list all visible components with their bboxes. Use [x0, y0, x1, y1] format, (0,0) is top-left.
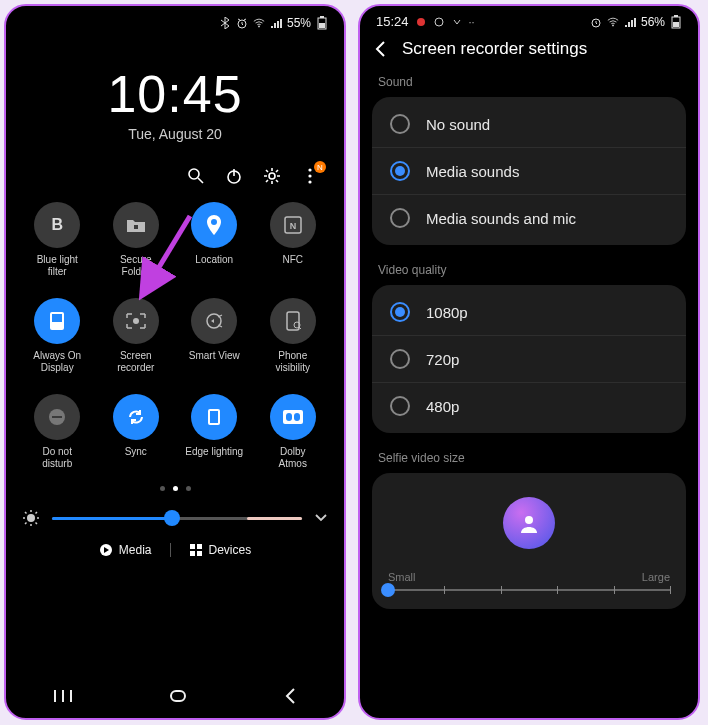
section-quality-label: Video quality: [360, 261, 698, 285]
search-icon[interactable]: [186, 166, 206, 186]
svg-rect-26: [286, 413, 292, 421]
tile-nfc[interactable]: N NFC: [254, 202, 333, 278]
svg-point-10: [308, 180, 311, 183]
svg-point-7: [269, 173, 275, 179]
battery-icon: [670, 16, 682, 28]
svg-rect-34: [197, 551, 202, 556]
svg-rect-22: [52, 416, 62, 418]
tile-dolby-atmos[interactable]: Dolby Atmos: [254, 394, 333, 470]
svg-point-5: [189, 169, 199, 179]
svg-point-37: [435, 18, 443, 26]
svg-point-36: [417, 18, 425, 26]
svg-point-1: [258, 26, 260, 28]
signal-icon: [270, 17, 282, 29]
alarm-icon: [590, 16, 602, 28]
radio-media-sounds[interactable]: Media sounds: [372, 147, 686, 194]
radio-720p[interactable]: 720p: [372, 335, 686, 382]
svg-point-8: [308, 168, 311, 171]
radio-480p[interactable]: 480p: [372, 382, 686, 429]
more-icon[interactable]: N: [300, 166, 320, 186]
section-selfie-label: Selfie video size: [360, 449, 698, 473]
svg-point-39: [612, 24, 614, 26]
selfie-avatar-icon: [503, 497, 555, 549]
svg-rect-16: [52, 314, 62, 322]
alarm-icon: [236, 17, 248, 29]
svg-rect-19: [287, 312, 299, 330]
svg-point-43: [525, 516, 533, 524]
page-title: Screen recorder settings: [402, 39, 587, 59]
tile-sync[interactable]: Sync: [97, 394, 176, 470]
svg-text:N: N: [290, 221, 297, 231]
battery-percent: 56%: [641, 15, 665, 29]
svg-rect-27: [294, 413, 300, 421]
svg-rect-35: [171, 691, 185, 701]
tile-do-not-disturb[interactable]: Do not disturb: [18, 394, 97, 470]
tile-location[interactable]: Location: [175, 202, 254, 278]
bluetooth-icon: [219, 17, 231, 29]
svg-rect-31: [190, 544, 195, 549]
tile-smart-view[interactable]: Smart View: [175, 298, 254, 374]
svg-rect-11: [134, 225, 138, 229]
selfie-card: Small Large: [372, 473, 686, 609]
quick-settings-grid: B Blue light filter Secure Folder Locati…: [6, 194, 344, 470]
nav-bar: [6, 674, 344, 718]
devices-button[interactable]: Devices: [189, 543, 252, 557]
radio-no-sound[interactable]: No sound: [372, 101, 686, 147]
tile-blue-light-filter[interactable]: B Blue light filter: [18, 202, 97, 278]
tile-screen-recorder[interactable]: Screen recorder: [97, 298, 176, 374]
tile-always-on-display[interactable]: Always On Display: [18, 298, 97, 374]
tile-secure-folder[interactable]: Secure Folder: [97, 202, 176, 278]
selfie-size-slider[interactable]: [388, 589, 670, 591]
svg-rect-24: [210, 411, 218, 423]
nav-recents-icon[interactable]: [53, 688, 73, 704]
wifi-icon: [607, 16, 619, 28]
tile-phone-visibility[interactable]: Phone visibility: [254, 298, 333, 374]
svg-point-29: [27, 514, 35, 522]
clock-time: 10:45: [6, 64, 344, 124]
battery-icon: [316, 17, 328, 29]
quality-card: 1080p 720p 480p: [372, 285, 686, 433]
back-icon[interactable]: [374, 40, 386, 58]
clock-date: Tue, August 20: [6, 126, 344, 142]
svg-rect-33: [190, 551, 195, 556]
status-bar: 15:24 ·· 56%: [360, 6, 698, 29]
svg-point-17: [133, 318, 139, 324]
sound-card: No sound Media sounds Media sounds and m…: [372, 97, 686, 245]
radio-1080p[interactable]: 1080p: [372, 289, 686, 335]
svg-rect-4: [319, 23, 325, 28]
brightness-icon: [22, 509, 40, 527]
status-time: 15:24: [376, 14, 409, 29]
stop-icon: [433, 16, 445, 28]
screen-recorder-settings-screen: 15:24 ·· 56% Screen recorder settings So…: [358, 4, 700, 720]
svg-rect-42: [673, 22, 679, 27]
quick-settings-screen: 55% 10:45 Tue, August 20 N B Blue light …: [4, 4, 346, 720]
header-icons: N: [6, 142, 344, 194]
notification-badge: N: [314, 161, 326, 173]
svg-point-9: [308, 174, 311, 177]
status-bar: 55%: [6, 6, 344, 30]
svg-rect-3: [320, 16, 324, 18]
selfie-slider-labels: Small Large: [388, 571, 670, 583]
radio-media-and-mic[interactable]: Media sounds and mic: [372, 194, 686, 241]
tile-edge-lighting[interactable]: Edge lighting: [175, 394, 254, 470]
brightness-slider[interactable]: [52, 517, 302, 520]
brightness-row: [6, 491, 344, 533]
record-dot-icon: [415, 16, 427, 28]
title-row: Screen recorder settings: [360, 29, 698, 73]
svg-rect-32: [197, 544, 202, 549]
section-sound-label: Sound: [360, 73, 698, 97]
svg-rect-41: [674, 15, 678, 17]
wifi-icon: [253, 17, 265, 29]
nav-back-icon[interactable]: [283, 687, 297, 705]
media-devices-row: Media Devices: [6, 543, 344, 557]
power-icon[interactable]: [224, 166, 244, 186]
caret-icon: [451, 16, 463, 28]
signal-icon: [624, 16, 636, 28]
clock-block: 10:45 Tue, August 20: [6, 64, 344, 142]
chevron-down-icon[interactable]: [314, 513, 328, 523]
media-button[interactable]: Media: [99, 543, 152, 557]
gear-icon[interactable]: [262, 166, 282, 186]
battery-percent: 55%: [287, 16, 311, 30]
svg-point-12: [211, 219, 217, 225]
nav-home-icon[interactable]: [168, 686, 188, 706]
